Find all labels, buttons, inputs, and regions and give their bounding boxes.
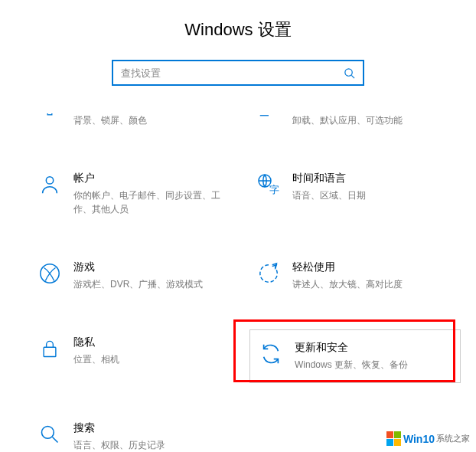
svg-rect-10: [44, 347, 56, 356]
search-container: [0, 60, 476, 86]
sync-icon: [258, 341, 284, 367]
tile-title: 时间和语言: [292, 172, 366, 185]
tile-title: 搜索: [73, 421, 165, 435]
tile-sub: 背景、锁屏、颜色: [73, 113, 147, 127]
watermark: Win10 系统之家: [386, 431, 470, 446]
apps-icon: [256, 113, 282, 127]
tile-apps[interactable]: 卸载、默认应用、可选功能: [249, 107, 461, 133]
globe-language-icon: 字: [256, 172, 282, 198]
search-icon[interactable]: [344, 67, 355, 79]
tile-gaming[interactable]: 游戏 游戏栏、DVR、广播、游戏模式: [31, 254, 242, 297]
tile-title: 游戏: [73, 260, 203, 274]
tile-title: 轻松使用: [292, 260, 403, 274]
search-box[interactable]: [112, 60, 364, 86]
tile-sub: 语言、权限、历史记录: [73, 438, 165, 452]
ease-of-access-icon: [256, 260, 282, 287]
tile-sub: 语音、区域、日期: [292, 188, 366, 202]
svg-point-11: [42, 427, 54, 439]
svg-text:字: 字: [269, 184, 279, 195]
tile-time-language[interactable]: 字 时间和语言 语音、区域、日期: [249, 165, 461, 222]
lock-icon: [37, 336, 63, 362]
tile-title: 隐私: [73, 336, 119, 349]
tile-sub: Windows 更新、恢复、备份: [295, 358, 408, 372]
tile-accounts[interactable]: 帐户 你的帐户、电子邮件、同步设置、工作、其他人员: [31, 165, 242, 222]
watermark-main: Win10: [403, 433, 435, 445]
tile-personalization[interactable]: 背景、锁屏、颜色: [31, 107, 242, 133]
windows-logo-icon: [386, 431, 401, 446]
tile-ease-of-access[interactable]: 轻松使用 讲述人、放大镜、高对比度: [249, 254, 461, 297]
svg-point-6: [46, 177, 53, 184]
tile-sub: 卸载、默认应用、可选功能: [292, 113, 403, 127]
tile-sub: 位置、相机: [73, 352, 119, 366]
tile-title: 帐户: [73, 172, 236, 185]
search-tile-icon: [37, 421, 63, 447]
svg-line-1: [351, 75, 354, 78]
xbox-icon: [37, 260, 63, 287]
settings-grid: 背景、锁屏、颜色 卸载、默认应用、可选功能 帐户 你的帐户、电子邮件、同步设置、…: [0, 107, 476, 452]
tile-sub: 你的帐户、电子邮件、同步设置、工作、其他人员: [73, 188, 236, 216]
tile-sub: 讲述人、放大镜、高对比度: [292, 277, 403, 291]
svg-point-0: [345, 68, 352, 75]
search-input[interactable]: [121, 67, 344, 79]
tile-search[interactable]: 搜索 语言、权限、历史记录: [31, 415, 242, 452]
paintbrush-icon: [37, 113, 63, 127]
tile-privacy[interactable]: 隐私 位置、相机: [31, 329, 242, 383]
svg-rect-3: [47, 113, 52, 115]
svg-line-12: [53, 437, 58, 443]
page-title: Windows 设置: [0, 0, 476, 60]
tile-sub: 游戏栏、DVR、广播、游戏模式: [73, 277, 203, 291]
tile-title: 更新和安全: [295, 341, 408, 355]
watermark-sub: 系统之家: [436, 433, 470, 444]
person-icon: [37, 172, 63, 198]
tile-update-security[interactable]: 更新和安全 Windows 更新、恢复、备份: [249, 329, 461, 383]
